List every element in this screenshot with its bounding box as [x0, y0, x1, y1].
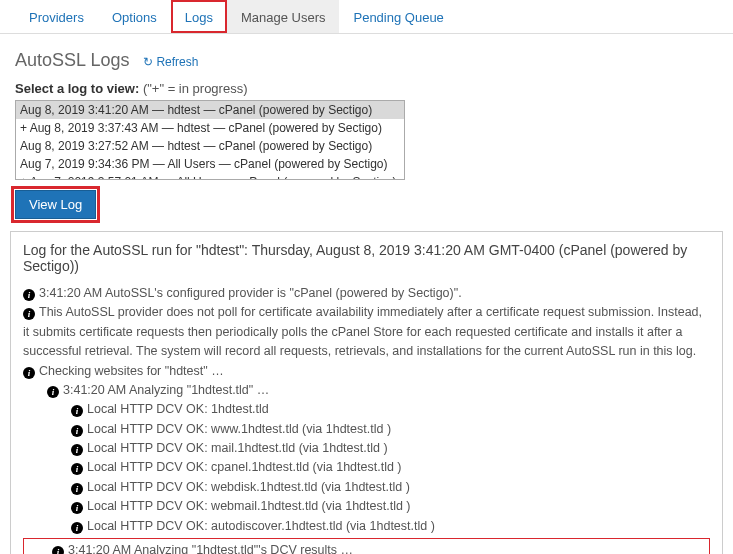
refresh-link[interactable]: ↻Refresh — [143, 55, 198, 69]
info-icon: i — [23, 367, 35, 379]
info-icon: i — [23, 289, 35, 301]
refresh-icon: ↻ — [143, 55, 153, 69]
log-line: iLocal HTTP DCV OK: www.1hdtest.tld (via… — [23, 420, 710, 439]
info-icon: i — [71, 463, 83, 475]
log-line: iLocal HTTP DCV OK: autodiscover.1hdtest… — [23, 517, 710, 536]
log-line: iLocal HTTP DCV OK: 1hdtest.tld — [23, 400, 710, 419]
log-line: i3:41:20 AM Analyzing "1hdtest.tld"'s DC… — [28, 541, 705, 554]
log-option[interactable]: Aug 7, 2019 9:34:36 PM — All Users — cPa… — [16, 155, 404, 173]
tab-options[interactable]: Options — [98, 0, 171, 33]
log-line: iLocal HTTP DCV OK: mail.1hdtest.tld (vi… — [23, 439, 710, 458]
info-icon: i — [71, 502, 83, 514]
tab-pending-queue[interactable]: Pending Queue — [339, 0, 457, 33]
select-label: Select a log to view: ("+" = in progress… — [0, 81, 733, 100]
tab-bar: Providers Options Logs Manage Users Pend… — [0, 0, 733, 34]
info-icon: i — [71, 425, 83, 437]
info-icon: i — [71, 483, 83, 495]
log-line: iLocal HTTP DCV OK: webdisk.1hdtest.tld … — [23, 478, 710, 497]
log-option[interactable]: Aug 8, 2019 3:41:20 AM — hdtest — cPanel… — [16, 101, 404, 119]
log-line: iLocal HTTP DCV OK: webmail.1hdtest.tld … — [23, 497, 710, 516]
log-line: iChecking websites for "hdtest" … — [23, 362, 710, 381]
highlight-box: i3:41:20 AM Analyzing "1hdtest.tld"'s DC… — [23, 538, 710, 554]
info-icon: i — [71, 444, 83, 456]
refresh-label: Refresh — [156, 55, 198, 69]
log-select[interactable]: Aug 8, 2019 3:41:20 AM — hdtest — cPanel… — [15, 100, 405, 180]
log-line: iLocal HTTP DCV OK: cpanel.1hdtest.tld (… — [23, 458, 710, 477]
info-icon: i — [52, 546, 64, 554]
log-panel: Log for the AutoSSL run for "hdtest": Th… — [10, 231, 723, 554]
tab-manage-users[interactable]: Manage Users — [227, 0, 340, 33]
log-option[interactable]: Aug 8, 2019 3:27:52 AM — hdtest — cPanel… — [16, 137, 404, 155]
info-icon: i — [71, 522, 83, 534]
log-line: i3:41:20 AM AutoSSL's configured provide… — [23, 284, 710, 303]
log-option[interactable]: + Aug 8, 2019 3:37:43 AM — hdtest — cPan… — [16, 119, 404, 137]
info-icon: i — [71, 405, 83, 417]
title-row: AutoSSL Logs ↻Refresh — [0, 34, 733, 81]
info-icon: i — [47, 386, 59, 398]
tab-logs[interactable]: Logs — [171, 0, 227, 33]
page-title: AutoSSL Logs — [15, 50, 129, 71]
log-option[interactable]: + Aug 7, 2019 3:57:01 AM — All Users — c… — [16, 173, 404, 180]
log-heading: Log for the AutoSSL run for "hdtest": Th… — [23, 242, 710, 274]
tab-providers[interactable]: Providers — [15, 0, 98, 33]
log-line: i3:41:20 AM Analyzing "1hdtest.tld" … — [23, 381, 710, 400]
view-log-button[interactable]: View Log — [15, 190, 96, 219]
info-icon: i — [23, 308, 35, 320]
log-line: iThis AutoSSL provider does not poll for… — [23, 303, 710, 361]
